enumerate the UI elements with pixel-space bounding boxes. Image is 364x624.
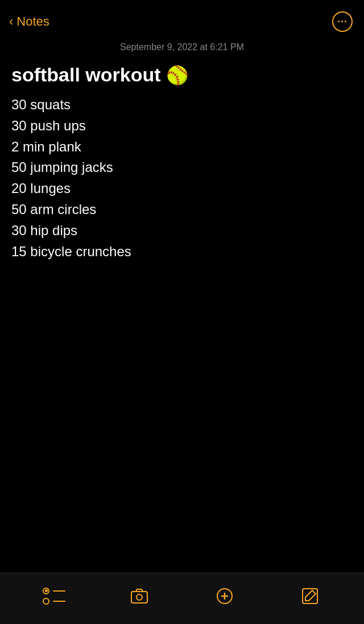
workout-list-item: 50 jumping jacks xyxy=(11,158,353,178)
svg-rect-0 xyxy=(131,592,147,603)
workout-list-item: 30 hip dips xyxy=(11,221,353,241)
note-body: softball workout 🥎 30 squats30 push ups2… xyxy=(0,59,364,274)
svg-point-1 xyxy=(136,594,142,600)
back-chevron-icon: ‹ xyxy=(9,14,13,29)
checklist-button[interactable] xyxy=(37,579,71,613)
softball-emoji: 🥎 xyxy=(166,65,189,85)
note-title: softball workout 🥎 xyxy=(11,64,353,86)
note-title-text: softball workout xyxy=(11,64,166,85)
workout-list: 30 squats30 push ups2 min plank50 jumpin… xyxy=(11,95,353,261)
markup-icon xyxy=(216,587,234,605)
more-button[interactable]: ··· xyxy=(332,11,353,32)
workout-list-item: 15 bicycle crunches xyxy=(11,242,353,262)
bottom-toolbar xyxy=(0,573,364,624)
note-date: September 9, 2022 at 6:21 PM xyxy=(0,40,364,59)
compose-button[interactable] xyxy=(293,579,327,613)
back-button[interactable]: ‹ Notes xyxy=(9,14,49,29)
camera-icon xyxy=(130,587,148,605)
compose-icon xyxy=(301,587,319,605)
header: ‹ Notes ··· xyxy=(0,0,364,40)
back-label: Notes xyxy=(16,14,49,29)
workout-list-item: 2 min plank xyxy=(11,137,353,157)
more-icon: ··· xyxy=(337,16,348,28)
workout-list-item: 20 lunges xyxy=(11,179,353,199)
checklist-icon xyxy=(43,588,65,605)
workout-list-item: 50 arm circles xyxy=(11,200,353,220)
svg-rect-3 xyxy=(303,589,317,604)
camera-button[interactable] xyxy=(122,579,156,613)
markup-button[interactable] xyxy=(208,579,242,613)
workout-list-item: 30 push ups xyxy=(11,116,353,136)
workout-list-item: 30 squats xyxy=(11,95,353,115)
